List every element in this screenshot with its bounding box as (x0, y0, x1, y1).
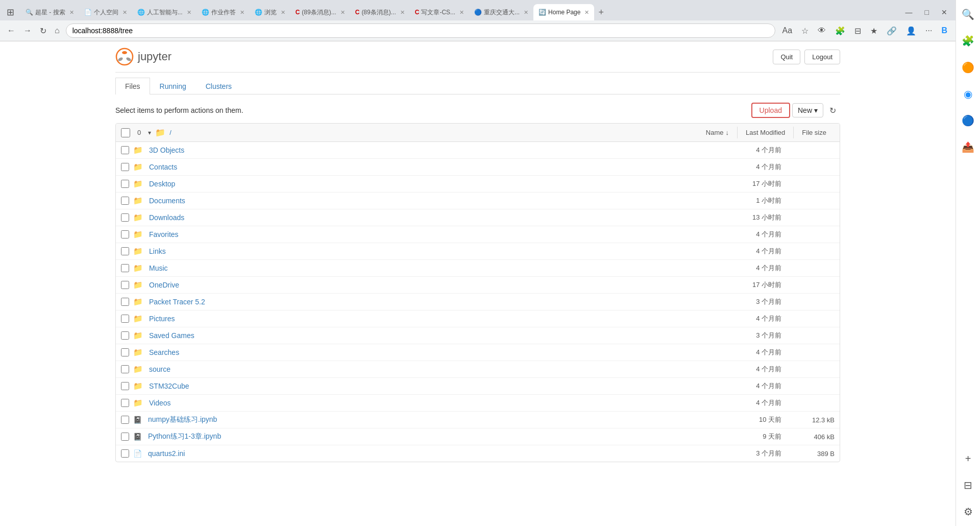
file-link[interactable]: Pictures (149, 315, 724, 323)
new-tab-button[interactable]: + (594, 4, 608, 20)
profile-icon[interactable]: 👤 (903, 24, 919, 38)
tab-close-icon[interactable]: ✕ (459, 9, 464, 16)
tab-close-icon[interactable]: ✕ (584, 9, 589, 16)
extensions-icon[interactable]: 🧩 (832, 24, 848, 38)
row-checkbox[interactable] (121, 281, 129, 289)
tab-close-icon[interactable]: ✕ (400, 9, 405, 16)
file-link[interactable]: Documents (149, 197, 724, 205)
col-size-header[interactable]: File size (793, 127, 835, 138)
file-link[interactable]: Packet Tracer 5.2 (149, 298, 724, 306)
tab-close-icon[interactable]: ✕ (122, 9, 127, 16)
row-checkbox[interactable] (121, 264, 129, 272)
row-checkbox[interactable] (121, 399, 129, 407)
tab-个人空间[interactable]: 📄 个人空间 ✕ (79, 4, 132, 20)
tab-clusters[interactable]: Clusters (196, 78, 241, 94)
address-input[interactable] (66, 23, 775, 38)
sidebar-orange-icon[interactable]: 🟠 (959, 58, 977, 77)
file-link[interactable]: Videos (149, 399, 724, 407)
reload-button[interactable]: ↻ (38, 24, 48, 38)
file-link[interactable]: Saved Games (149, 331, 724, 340)
sidebar-search-icon[interactable]: 🔍 (959, 5, 977, 23)
row-checkbox[interactable] (121, 365, 129, 373)
tab-home-page[interactable]: 🔄 Home Page ✕ (533, 4, 594, 20)
col-modified-header[interactable]: Last Modified (737, 127, 793, 138)
maximize-button[interactable]: □ (919, 4, 935, 20)
file-link[interactable]: numpy基础练习.ipynb (148, 415, 724, 424)
tab-csdn2[interactable]: C (89条消息)... ✕ (350, 4, 410, 20)
tab-files[interactable]: Files (115, 78, 150, 94)
tab-close-icon[interactable]: ✕ (187, 9, 191, 16)
tab-人工智能[interactable]: 🌐 人工智能与... ✕ (132, 4, 197, 20)
row-checkbox[interactable] (121, 348, 129, 356)
file-link[interactable]: STM32Cube (149, 382, 724, 390)
row-checkbox[interactable] (121, 146, 129, 154)
select-all-checkbox[interactable] (121, 128, 130, 137)
file-link[interactable]: Links (149, 247, 724, 255)
sidebar-extension-icon[interactable]: 🧩 (959, 32, 977, 50)
home-button[interactable]: ⌂ (53, 24, 62, 37)
folder-icon: 📁 (133, 331, 143, 340)
split-screen-icon[interactable]: ⊟ (851, 24, 864, 38)
refresh-button[interactable]: ↻ (825, 103, 840, 118)
file-link[interactable]: OneDrive (149, 281, 724, 289)
sidebar-blue-icon[interactable]: 🔵 (959, 111, 977, 130)
file-link[interactable]: Downloads (149, 213, 724, 222)
row-checkbox[interactable] (121, 315, 129, 323)
tab-close-icon[interactable]: ✕ (524, 9, 528, 16)
row-checkbox[interactable] (121, 331, 129, 340)
row-checkbox[interactable] (121, 230, 129, 238)
tab-close-icon[interactable]: ✕ (340, 9, 345, 16)
settings-icon[interactable]: ··· (922, 24, 935, 37)
tab-close-icon[interactable]: ✕ (240, 9, 244, 16)
col-name-header[interactable]: Name ↓ (698, 127, 737, 138)
back-button[interactable]: ← (5, 24, 17, 37)
row-checkbox[interactable] (121, 180, 129, 188)
favorites-icon[interactable]: ☆ (798, 24, 812, 38)
tab-作业作答[interactable]: 🌐 作业作答 ✕ (197, 4, 250, 20)
file-link[interactable]: source (149, 365, 724, 373)
tab-csdn1[interactable]: C (89条消息)... ✕ (290, 4, 350, 20)
read-mode-icon[interactable]: Aa (779, 24, 796, 37)
quit-button[interactable]: Quit (773, 50, 800, 64)
tab-close-icon[interactable]: ✕ (69, 9, 74, 16)
tab-浏览[interactable]: 🌐 浏览 ✕ (250, 4, 290, 20)
tab-close-icon[interactable]: ✕ (281, 9, 285, 16)
file-link[interactable]: 3D Objects (149, 146, 724, 154)
file-link[interactable]: Favorites (149, 230, 724, 238)
dropdown-arrow-icon[interactable]: ▾ (148, 129, 151, 136)
sidebar-toggle-icon[interactable]: ⊞ (7, 7, 14, 18)
new-button[interactable]: New ▾ (792, 103, 823, 117)
tab-写文章[interactable]: C 写文章-CS... ✕ (410, 4, 469, 20)
tab-超星搜索[interactable]: 🔍 超星 - 搜索 ✕ (20, 4, 79, 20)
file-link[interactable]: Desktop (149, 180, 724, 188)
logout-button[interactable]: Logout (804, 50, 840, 64)
row-checkbox[interactable] (121, 247, 129, 255)
upload-button[interactable]: Upload (751, 103, 790, 118)
file-link[interactable]: Searches (149, 348, 724, 356)
row-checkbox[interactable] (121, 449, 129, 458)
table-row: 📁 source 4 个月前 (116, 361, 840, 378)
row-checkbox[interactable] (121, 298, 129, 306)
row-checkbox[interactable] (121, 213, 129, 222)
file-link[interactable]: Python练习1-3章.ipynb (148, 432, 724, 441)
row-checkbox[interactable] (121, 433, 129, 441)
sidebar-plus-icon[interactable]: + (962, 450, 974, 462)
forward-button[interactable]: → (21, 24, 34, 37)
sidebar-copilot-icon[interactable]: ◉ (961, 85, 975, 103)
row-checkbox[interactable] (121, 163, 129, 171)
immersive-reader-icon[interactable]: 👁 (815, 24, 829, 37)
favorites-bar-icon[interactable]: ★ (867, 24, 880, 38)
row-checkbox[interactable] (121, 382, 129, 390)
collections-icon[interactable]: 🔗 (884, 24, 900, 38)
tab-重庆交通大[interactable]: 🔵 重庆交通大... ✕ (469, 4, 533, 20)
sidebar-share-icon[interactable]: 📤 (959, 138, 977, 156)
row-checkbox[interactable] (121, 416, 129, 424)
row-checkbox[interactable] (121, 197, 129, 205)
file-link[interactable]: Contacts (149, 163, 724, 171)
tab-running[interactable]: Running (150, 78, 196, 94)
file-link[interactable]: Music (149, 264, 724, 272)
file-link[interactable]: quartus2.ini (148, 449, 724, 458)
minimize-button[interactable]: — (899, 4, 919, 20)
edge-icon[interactable]: B (938, 24, 950, 37)
close-window-button[interactable]: ✕ (935, 4, 953, 20)
